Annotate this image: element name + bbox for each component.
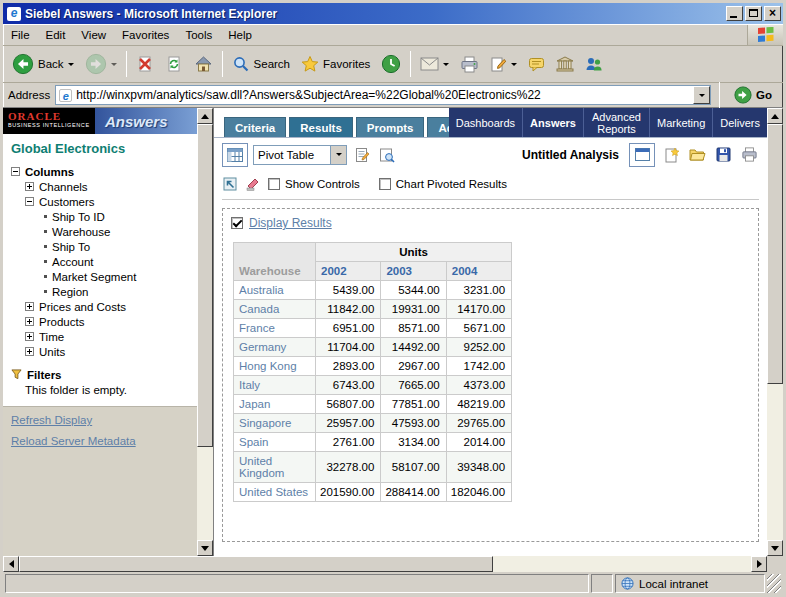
- tab-criteria[interactable]: Criteria: [224, 117, 286, 137]
- address-dropdown-button[interactable]: [693, 86, 710, 104]
- refresh-button[interactable]: [160, 48, 188, 80]
- forward-dropdown-icon[interactable]: [111, 63, 117, 66]
- menu-view[interactable]: View: [73, 25, 114, 45]
- import-view-icon[interactable]: [222, 176, 238, 192]
- nav-marketing[interactable]: Marketing: [649, 108, 712, 137]
- chart-pivoted-checkbox[interactable]: [379, 178, 391, 190]
- collapse-icon[interactable]: [11, 167, 20, 176]
- stop-button[interactable]: [131, 48, 159, 80]
- title-bar[interactable]: Siebel Answers - Microsoft Internet Expl…: [3, 3, 783, 24]
- horizontal-scrollbar[interactable]: [3, 556, 767, 572]
- reload-metadata-link[interactable]: Reload Server Metadata: [11, 435, 189, 447]
- row-label[interactable]: Spain: [234, 433, 316, 452]
- expand-icon[interactable]: [25, 347, 34, 356]
- tree-leaf-warehouse[interactable]: Warehouse: [41, 224, 191, 239]
- row-label[interactable]: United States: [234, 483, 316, 502]
- forward-button[interactable]: [80, 48, 122, 80]
- resize-grip[interactable]: [767, 574, 781, 593]
- scroll-left-button[interactable]: [3, 556, 19, 572]
- menu-file[interactable]: File: [3, 25, 38, 45]
- tree-node-products[interactable]: Products: [25, 314, 191, 329]
- discuss-button[interactable]: [523, 48, 550, 80]
- tree-leaf-market-segment[interactable]: Market Segment: [41, 269, 191, 284]
- preview-icon[interactable]: [377, 145, 397, 165]
- collapse-icon[interactable]: [25, 197, 34, 206]
- tree-node-time[interactable]: Time: [25, 329, 191, 344]
- history-button[interactable]: [376, 48, 406, 80]
- menu-tools[interactable]: Tools: [177, 25, 220, 45]
- print-button[interactable]: [455, 48, 484, 80]
- nav-delivers[interactable]: Delivers: [712, 108, 767, 137]
- address-field[interactable]: [55, 85, 711, 105]
- scroll-up-button[interactable]: [767, 108, 783, 124]
- view-type-select[interactable]: Pivot Table: [253, 145, 347, 165]
- display-results-checkbox[interactable]: [231, 217, 243, 229]
- search-button[interactable]: Search: [227, 48, 295, 80]
- expand-icon[interactable]: [25, 317, 34, 326]
- edit-dropdown-icon[interactable]: [511, 63, 517, 66]
- scroll-thumb[interactable]: [19, 556, 493, 572]
- tree-node-columns[interactable]: Columns: [11, 164, 191, 179]
- show-controls-checkbox[interactable]: [268, 178, 280, 190]
- row-label[interactable]: Hong Kong: [234, 357, 316, 376]
- filters-node[interactable]: Filters: [11, 367, 191, 382]
- tree-node-channels[interactable]: Channels: [25, 179, 191, 194]
- back-dropdown-icon[interactable]: [68, 63, 74, 66]
- messenger-button[interactable]: [580, 48, 608, 80]
- row-label[interactable]: Germany: [234, 338, 316, 357]
- row-label[interactable]: Japan: [234, 395, 316, 414]
- pivot-view-button[interactable]: [222, 143, 248, 167]
- main-scrollbar[interactable]: [767, 108, 783, 556]
- go-button[interactable]: Go: [728, 84, 778, 106]
- expand-icon[interactable]: [25, 302, 34, 311]
- scroll-up-button[interactable]: [197, 108, 213, 124]
- tab-results[interactable]: Results: [289, 117, 353, 137]
- tree-node-units[interactable]: Units: [25, 344, 191, 359]
- tree-leaf-ship-to[interactable]: Ship To: [41, 239, 191, 254]
- menu-favorites[interactable]: Favorites: [114, 25, 177, 45]
- edit-button[interactable]: [485, 48, 522, 80]
- select-dropdown-icon[interactable]: [330, 146, 346, 164]
- tree-node-prices-and-costs[interactable]: Prices and Costs: [25, 299, 191, 314]
- year-header[interactable]: 2002: [316, 262, 381, 281]
- row-label[interactable]: United Kingdom: [234, 452, 316, 483]
- sidebar-scrollbar[interactable]: [197, 108, 213, 556]
- home-button[interactable]: [189, 48, 218, 80]
- nav-advanced-reports[interactable]: Advanced Reports: [583, 108, 649, 137]
- maximize-button[interactable]: [745, 6, 762, 21]
- save-icon[interactable]: [713, 145, 733, 165]
- open-request-icon[interactable]: [687, 145, 707, 165]
- expand-icon[interactable]: [25, 332, 34, 341]
- url-input[interactable]: [76, 87, 693, 103]
- menu-edit[interactable]: Edit: [38, 25, 74, 45]
- menu-help[interactable]: Help: [220, 25, 260, 45]
- format-view-icon[interactable]: [245, 176, 261, 192]
- mail-dropdown-icon[interactable]: [443, 63, 449, 66]
- display-results-link[interactable]: Display Results: [249, 216, 332, 230]
- new-request-icon[interactable]: [661, 145, 681, 165]
- research-button[interactable]: [551, 48, 579, 80]
- edit-view-icon[interactable]: [352, 145, 372, 165]
- row-label[interactable]: Australia: [234, 281, 316, 300]
- nav-dashboards[interactable]: Dashboards: [449, 108, 522, 137]
- scroll-down-button[interactable]: [197, 540, 213, 556]
- row-label[interactable]: Italy: [234, 376, 316, 395]
- scroll-right-button[interactable]: [751, 556, 767, 572]
- mail-button[interactable]: [415, 48, 454, 80]
- print-report-icon[interactable]: [739, 145, 759, 165]
- tree-leaf-ship-to-id[interactable]: Ship To ID: [41, 209, 191, 224]
- close-button[interactable]: [764, 6, 781, 21]
- tree-node-customers[interactable]: Customers: [25, 194, 191, 209]
- year-header[interactable]: 2003: [381, 262, 446, 281]
- row-label[interactable]: Canada: [234, 300, 316, 319]
- row-label[interactable]: France: [234, 319, 316, 338]
- tab-prompts[interactable]: Prompts: [356, 117, 425, 137]
- row-label[interactable]: Singapore: [234, 414, 316, 433]
- year-header[interactable]: 2004: [446, 262, 511, 281]
- tree-leaf-region[interactable]: Region: [41, 284, 191, 299]
- favorites-button[interactable]: Favorites: [296, 48, 375, 80]
- back-button[interactable]: Back: [7, 48, 79, 80]
- properties-button[interactable]: [629, 143, 655, 167]
- minimize-button[interactable]: [726, 6, 743, 21]
- scroll-thumb[interactable]: [197, 124, 213, 447]
